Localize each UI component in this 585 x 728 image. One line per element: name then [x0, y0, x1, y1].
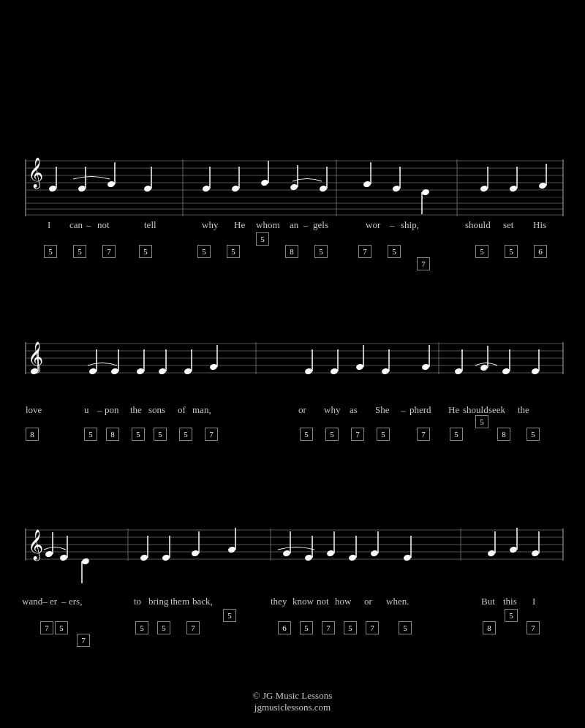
numbox-r1-8: 8 — [285, 245, 298, 258]
lyric-the2-r2: the — [518, 404, 529, 416]
svg-point-76 — [421, 363, 430, 371]
lyric-back-r3: back, — [192, 596, 213, 607]
svg-point-16 — [78, 185, 86, 192]
numbox-r2-7: 7 — [205, 428, 218, 441]
footer-copyright: © JG Music Lessons — [0, 690, 585, 702]
numbox-r1-10: 7 — [358, 245, 371, 258]
svg-point-30 — [319, 185, 328, 192]
numbox-r3-13: 5 — [399, 621, 412, 634]
svg-point-56 — [88, 368, 97, 375]
lyric-dash2-r2: – — [401, 404, 406, 416]
svg-point-109 — [227, 546, 236, 553]
lyric-should-r2: should — [463, 404, 488, 416]
svg-point-82 — [502, 368, 510, 375]
svg-point-62 — [158, 368, 167, 375]
lyric-the-r2: the — [130, 404, 142, 416]
lyric-when-r3: when. — [386, 596, 409, 607]
lyric-should-r1: should — [465, 219, 491, 231]
svg-point-80 — [480, 364, 488, 371]
svg-point-97 — [45, 550, 53, 558]
numbox-r1-2: 5 — [73, 245, 86, 258]
numbox-r2-10: 7 — [351, 428, 364, 441]
numbox-r2-14: 5 — [475, 415, 488, 428]
lyric-he-r1: He — [234, 219, 245, 231]
svg-point-115 — [326, 550, 335, 557]
svg-point-42 — [538, 182, 547, 189]
svg-point-26 — [260, 179, 269, 186]
numbox-r2-6: 5 — [179, 428, 192, 441]
numbox-r2-12: 7 — [417, 428, 430, 441]
svg-point-38 — [480, 185, 488, 192]
lyric-whom-r1: whom — [256, 219, 280, 231]
numbox-r3-8: 6 — [278, 621, 291, 634]
lyric-know-r3: know — [292, 596, 314, 607]
lyric-to-r3: to — [134, 596, 141, 607]
lyric-i-r3: I — [532, 596, 535, 607]
numbox-r3-14: 8 — [483, 621, 496, 634]
svg-point-60 — [136, 368, 145, 375]
svg-point-113 — [304, 554, 313, 561]
numbox-r2-2: 5 — [84, 428, 97, 441]
numbox-r3-6: 7 — [186, 621, 200, 634]
svg-point-28 — [290, 183, 298, 191]
numbox-r1-4: 5 — [139, 245, 152, 258]
lyric-set-r1: set — [503, 219, 513, 231]
lyric-of-r2: of — [178, 404, 186, 416]
lyric-sons-r2: sons — [148, 404, 165, 416]
svg-point-121 — [403, 554, 412, 561]
numbox-r2-13: 5 — [450, 428, 463, 441]
numbox-r2-15: 8 — [497, 428, 510, 441]
sheet-music-area: 𝄞 — [0, 0, 585, 672]
numbox-r2-5: 5 — [154, 428, 167, 441]
lyric-not-r3: not — [317, 596, 329, 607]
svg-point-14 — [48, 185, 57, 192]
lyric-dash2-r3: – — [61, 596, 67, 607]
numbox-r3-5: 5 — [157, 621, 170, 634]
numbox-r3-15: 5 — [505, 609, 518, 622]
lyric-wor-r1: wor — [366, 219, 380, 231]
svg-point-111 — [282, 550, 291, 557]
numbox-r1-13: 5 — [475, 245, 488, 258]
numbox-r3-2: 5 — [55, 621, 68, 634]
lyric-er-r3: er — [50, 596, 57, 607]
numbox-r3-4: 5 — [135, 621, 148, 634]
lyric-dash1-r2: – — [97, 404, 102, 416]
svg-point-127 — [531, 550, 540, 557]
numbox-r3-3: 7 — [77, 634, 90, 647]
svg-point-107 — [191, 550, 200, 557]
numbox-r2-9: 5 — [325, 428, 339, 441]
numbox-r1-5: 5 — [197, 245, 211, 258]
svg-text:𝄞: 𝄞 — [28, 157, 43, 189]
svg-point-34 — [392, 185, 401, 192]
numbox-r2-4: 5 — [132, 428, 145, 441]
lyric-dash1-r3: – — [42, 596, 48, 607]
lyric-can-r1: can — [69, 219, 83, 231]
footer: © JG Music Lessons jgmusiclessons.com — [0, 690, 585, 713]
svg-point-40 — [509, 185, 518, 192]
svg-point-123 — [487, 550, 496, 557]
lyric-tell-r1: tell — [144, 219, 156, 231]
numbox-r3-12: 7 — [366, 621, 379, 634]
svg-point-125 — [509, 546, 518, 553]
numbox-r1-15: 6 — [534, 245, 547, 258]
numbox-r2-3: 8 — [106, 428, 119, 441]
svg-point-117 — [348, 554, 357, 561]
numbox-r1-14: 5 — [505, 245, 518, 258]
numbox-r1-12: 7 — [417, 257, 430, 270]
svg-point-64 — [184, 368, 192, 375]
svg-point-58 — [110, 368, 119, 375]
numbox-r3-11: 5 — [344, 621, 357, 634]
lyric-why-r1: why — [202, 219, 218, 231]
lyric-pherd-r2: pherd — [410, 404, 431, 416]
numbox-r1-11: 5 — [388, 245, 401, 258]
svg-point-22 — [202, 185, 211, 192]
lyric-dash1-r1: – — [86, 219, 91, 231]
lyric-them-r3: them — [170, 596, 189, 607]
lyric-his-r1: His — [533, 219, 546, 231]
numbox-r3-16: 7 — [526, 621, 540, 634]
lyric-how-r3: how — [335, 596, 351, 607]
svg-point-84 — [531, 368, 540, 375]
svg-point-101 — [81, 558, 90, 565]
lyric-gels-r1: gels — [313, 219, 328, 231]
lyric-an-r1: an — [290, 219, 298, 231]
